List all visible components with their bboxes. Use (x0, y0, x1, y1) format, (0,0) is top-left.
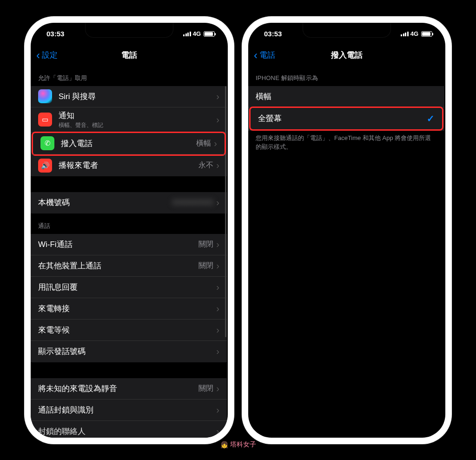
chevron-right-icon: › (216, 239, 219, 250)
row-call-forwarding[interactable]: 來電轉接 › (31, 298, 227, 320)
page-title: 撥入電話 (331, 50, 363, 60)
footer-note: 您用來接聽通話的「電話」、FaceTime 和其他 App 將會使用所選的顯示樣… (248, 130, 444, 152)
screen-right: 03:53 4G ‹ 電話 撥入電話 IPHONE 解鎖時顯示為 橫幅 (248, 23, 445, 438)
row-value: 關閉 (198, 240, 213, 249)
row-wifi-calling[interactable]: Wi-Fi通話 關閉 › (31, 234, 227, 255)
back-label: 電話 (259, 50, 275, 60)
content-left: 允許「電話」取用 Siri 與搜尋 › ▭ 通知 橫幅、聲音、標記 › (31, 66, 227, 438)
checkmark-icon: ✓ (427, 113, 435, 124)
chevron-right-icon: › (216, 383, 219, 394)
chevron-right-icon: › (216, 160, 219, 171)
section-header-allow: 允許「電話」取用 (31, 66, 227, 86)
section-header: IPHONE 解鎖時顯示為 (248, 66, 444, 86)
row-label: 用訊息回覆 (38, 282, 216, 293)
row-my-number[interactable]: 本機號碼 0000000000 › (31, 192, 227, 213)
row-option-banner[interactable]: 橫幅 (248, 86, 444, 107)
signal-icon (401, 32, 409, 36)
network-label: 4G (193, 30, 201, 37)
row-value: 橫幅 (196, 139, 211, 148)
group-call: Wi-Fi通話 關閉 › 在其他裝置上通話 關閉 › 用訊息回覆 › 來電轉接 … (31, 234, 227, 362)
group-allow: Siri 與搜尋 › ▭ 通知 橫幅、聲音、標記 › ✆ 撥入電話 橫幅 (31, 86, 227, 176)
group-options: 橫幅 全螢幕 ✓ (248, 86, 444, 131)
row-label: 顯示發話號碼 (38, 346, 216, 357)
notch (85, 23, 173, 38)
row-label: 全螢幕 (258, 113, 427, 124)
scroll-indicator[interactable] (225, 86, 226, 337)
chevron-right-icon: › (214, 138, 217, 149)
row-label: 來電轉接 (38, 303, 216, 314)
chevron-left-icon: ‹ (254, 50, 258, 61)
row-call-waiting[interactable]: 來電等候 › (31, 320, 227, 341)
watermark: 👧 塔科女子 (220, 440, 256, 449)
highlight-incoming: ✆ 撥入電話 橫幅 › (32, 132, 226, 156)
row-label: Siri 與搜尋 (59, 91, 216, 102)
row-label: 本機號碼 (38, 197, 172, 208)
phone-right: 03:53 4G ‹ 電話 撥入電話 IPHONE 解鎖時顯示為 橫幅 (242, 16, 452, 444)
notifications-icon: ▭ (38, 113, 52, 127)
phone-left: 03:53 4G ‹ 設定 電話 允許「電話」取用 Siri 與搜尋 (24, 16, 234, 444)
chevron-right-icon: › (216, 91, 219, 102)
chevron-right-icon: › (216, 405, 219, 415)
chevron-right-icon: › (216, 260, 219, 271)
phone-icon: ✆ (40, 136, 54, 150)
status-time: 03:53 (46, 30, 64, 38)
row-value: 關閉 (198, 384, 213, 393)
back-label: 設定 (42, 50, 58, 60)
back-button[interactable]: ‹ 設定 (36, 45, 58, 66)
nav-bar: ‹ 電話 撥入電話 (248, 45, 445, 66)
row-label: 橫幅 (256, 91, 437, 102)
battery-icon (204, 31, 215, 37)
chevron-right-icon: › (216, 325, 219, 335)
speaker-icon: 🔊 (38, 159, 52, 173)
siri-icon (38, 89, 52, 103)
battery-icon (421, 31, 432, 37)
row-label: 將未知的來電設為靜音 (38, 383, 198, 394)
back-button[interactable]: ‹ 電話 (254, 45, 275, 66)
group-bottom: 將未知的來電設為靜音 關閉 › 通話封鎖與識別 › 封鎖的聯絡人 › (31, 378, 227, 438)
nav-bar: ‹ 設定 電話 (31, 45, 228, 66)
chevron-right-icon: › (216, 197, 219, 208)
row-label: 來電等候 (38, 325, 216, 335)
chevron-right-icon: › (216, 346, 219, 357)
row-other-devices[interactable]: 在其他裝置上通話 關閉 › (31, 255, 227, 277)
status-time: 03:53 (264, 30, 282, 38)
chevron-right-icon: › (216, 426, 219, 437)
notch (303, 23, 391, 38)
screen-left: 03:53 4G ‹ 設定 電話 允許「電話」取用 Siri 與搜尋 (31, 23, 228, 438)
row-notifications[interactable]: ▭ 通知 橫幅、聲音、標記 › (31, 107, 227, 133)
row-label: Wi-Fi通話 (38, 239, 198, 250)
group-mynumber: 本機號碼 0000000000 › (31, 192, 227, 213)
chevron-right-icon: › (216, 282, 219, 293)
page-title: 電話 (121, 50, 137, 60)
content-right: IPHONE 解鎖時顯示為 橫幅 全螢幕 ✓ 您用來接聽通話的「電話」、Face… (248, 66, 444, 438)
status-right: 4G (401, 30, 432, 37)
highlight-fullscreen: 全螢幕 ✓ (249, 107, 443, 131)
chevron-left-icon: ‹ (36, 50, 40, 61)
row-value: 關閉 (198, 261, 213, 271)
row-value: 永不 (198, 160, 213, 170)
row-option-fullscreen[interactable]: 全螢幕 ✓ (251, 108, 442, 129)
row-label: 播報來電者 (59, 160, 198, 171)
row-show-caller-id[interactable]: 顯示發話號碼 › (31, 341, 227, 362)
row-call-blocking[interactable]: 通話封鎖與識別 › (31, 400, 227, 421)
network-label: 4G (410, 30, 418, 37)
row-sublabel: 橫幅、聲音、標記 (59, 121, 216, 129)
row-reply-message[interactable]: 用訊息回覆 › (31, 277, 227, 298)
watermark-text: 塔科女子 (230, 440, 256, 449)
row-value-blurred: 0000000000 (172, 199, 213, 207)
status-right: 4G (183, 30, 215, 37)
watermark-icon: 👧 (220, 441, 228, 448)
row-label: 在其他裝置上通話 (38, 260, 198, 271)
row-silence-unknown[interactable]: 將未知的來電設為靜音 關閉 › (31, 378, 227, 400)
row-blocked-contacts[interactable]: 封鎖的聯絡人 › (31, 421, 227, 438)
row-label: 封鎖的聯絡人 (38, 426, 216, 437)
row-label: 通知 (59, 110, 216, 121)
chevron-right-icon: › (216, 114, 219, 125)
row-announce-calls[interactable]: 🔊 播報來電者 永不 › (31, 155, 227, 176)
section-header-call: 通話 (31, 213, 227, 234)
chevron-right-icon: › (216, 303, 219, 314)
row-label: 撥入電話 (61, 138, 196, 149)
row-siri[interactable]: Siri 與搜尋 › (31, 86, 227, 107)
row-incoming-calls[interactable]: ✆ 撥入電話 橫幅 › (33, 133, 225, 154)
signal-icon (183, 32, 191, 36)
